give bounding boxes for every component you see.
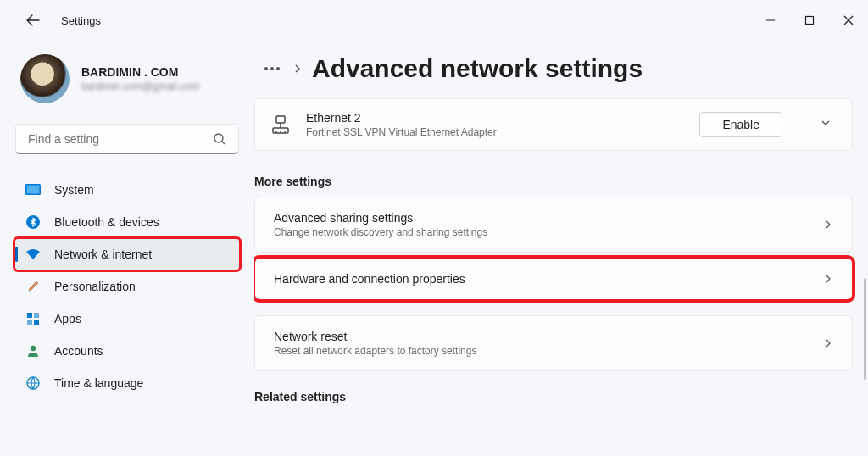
setting-text: Advanced sharing settings Change network… — [274, 211, 823, 238]
sidebar-item-time-language[interactable]: Time & language — [15, 368, 239, 398]
person-icon — [25, 343, 41, 359]
window-controls — [751, 7, 868, 34]
profile-text: BARDIMIN . COM bardimin.com@gmail.com — [81, 65, 199, 92]
sidebar-item-apps[interactable]: Apps — [15, 303, 239, 334]
bluetooth-icon — [25, 214, 41, 230]
sidebar-item-label: Network & internet — [54, 247, 152, 261]
breadcrumb-more-button[interactable] — [261, 67, 283, 70]
minimize-button[interactable] — [751, 7, 790, 34]
nav-list: System Bluetooth & devices Network & int… — [15, 175, 239, 398]
setting-sub: Reset all network adapters to factory se… — [274, 345, 823, 357]
breadcrumb-row: Advanced network settings — [254, 54, 853, 83]
setting-text: Network reset Reset all network adapters… — [274, 330, 823, 357]
search-box[interactable] — [15, 124, 239, 154]
chevron-right-icon — [823, 220, 833, 230]
setting-sub: Change network discovery and sharing set… — [274, 226, 823, 238]
adapter-desc: Fortinet SSL VPN Virtual Ethernet Adapte… — [306, 126, 684, 138]
brush-icon — [25, 279, 41, 294]
maximize-icon — [804, 15, 815, 25]
enable-button[interactable]: Enable — [699, 112, 782, 137]
adapter-text: Ethernet 2 Fortinet SSL VPN Virtual Ethe… — [306, 111, 684, 138]
svg-rect-12 — [34, 320, 39, 325]
wifi-icon — [25, 247, 41, 262]
svg-point-4 — [214, 134, 223, 142]
search-input[interactable] — [28, 132, 213, 146]
chevron-right-icon — [823, 338, 833, 348]
more-settings-heading: More settings — [254, 175, 853, 188]
chevron-right-icon — [823, 274, 833, 284]
setting-advanced-sharing[interactable]: Advanced sharing settings Change network… — [254, 197, 853, 253]
maximize-button[interactable] — [790, 7, 829, 34]
ethernet-icon — [270, 114, 291, 135]
svg-rect-10 — [34, 313, 39, 318]
adapter-card[interactable]: Ethernet 2 Fortinet SSL VPN Virtual Ethe… — [254, 98, 853, 151]
svg-rect-11 — [27, 320, 32, 325]
scrollbar-thumb[interactable] — [864, 278, 866, 380]
sidebar-item-label: Time & language — [54, 376, 143, 390]
titlebar-left: Settings — [25, 13, 101, 28]
sidebar-item-label: Bluetooth & devices — [54, 215, 159, 229]
system-icon — [25, 182, 41, 197]
sidebar-item-accounts[interactable]: Accounts — [15, 336, 239, 366]
svg-rect-9 — [27, 313, 32, 318]
setting-title: Advanced sharing settings — [274, 211, 823, 225]
sidebar-item-personalization[interactable]: Personalization — [15, 271, 239, 302]
setting-text: Hardware and connection properties — [274, 272, 823, 286]
apps-icon — [25, 311, 41, 326]
profile-block[interactable]: BARDIMIN . COM bardimin.com@gmail.com — [15, 51, 239, 119]
back-button[interactable] — [25, 13, 41, 28]
titlebar: Settings — [0, 0, 868, 41]
sidebar-item-label: System — [54, 183, 94, 197]
chevron-down-icon — [820, 117, 832, 129]
sidebar-item-bluetooth[interactable]: Bluetooth & devices — [15, 207, 239, 237]
svg-line-5 — [222, 142, 225, 144]
main-content: Advanced network settings Ethernet 2 For… — [254, 41, 868, 456]
profile-name: BARDIMIN . COM — [81, 65, 199, 79]
page-title: Advanced network settings — [312, 54, 643, 83]
expand-button[interactable] — [815, 117, 837, 132]
layout: BARDIMIN . COM bardimin.com@gmail.com Sy… — [0, 41, 868, 456]
sidebar-item-label: Personalization — [54, 280, 136, 293]
search-icon — [213, 132, 226, 146]
chevron-right-icon — [293, 64, 302, 73]
setting-network-reset[interactable]: Network reset Reset all network adapters… — [254, 315, 853, 371]
sidebar-item-system[interactable]: System — [15, 175, 239, 205]
globe-icon — [25, 375, 41, 391]
sidebar-item-label: Apps — [54, 312, 81, 325]
close-icon — [843, 15, 854, 25]
svg-rect-15 — [276, 116, 285, 123]
svg-rect-7 — [27, 186, 40, 194]
sidebar-item-label: Accounts — [54, 344, 103, 358]
svg-rect-1 — [806, 17, 814, 25]
svg-point-13 — [31, 346, 36, 351]
setting-hardware-properties[interactable]: Hardware and connection properties — [254, 258, 853, 300]
window-title: Settings — [61, 14, 101, 27]
close-button[interactable] — [829, 7, 868, 34]
minimize-icon — [765, 15, 776, 25]
profile-email: bardimin.com@gmail.com — [81, 81, 199, 92]
avatar — [20, 54, 70, 103]
sidebar-item-network[interactable]: Network & internet — [15, 239, 239, 270]
setting-title: Network reset — [274, 330, 823, 343]
setting-title: Hardware and connection properties — [274, 272, 823, 286]
adapter-name: Ethernet 2 — [306, 111, 684, 125]
related-settings-heading: Related settings — [254, 390, 853, 403]
arrow-left-icon — [26, 14, 40, 27]
sidebar: BARDIMIN . COM bardimin.com@gmail.com Sy… — [0, 41, 254, 456]
